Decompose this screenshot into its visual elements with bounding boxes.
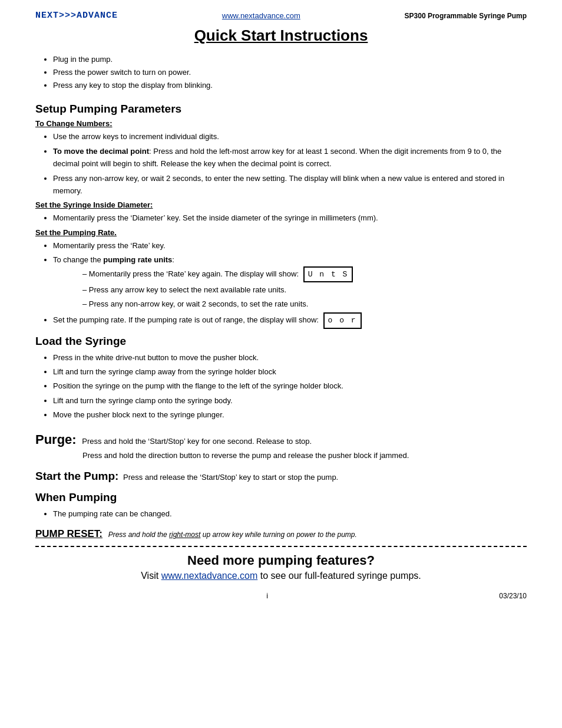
diameter-bullet: Momentarily press the ‘Diameter’ key. Se… bbox=[53, 212, 527, 224]
rate-dash-2: Press any arrow key to select the next a… bbox=[82, 284, 527, 296]
change-bullets: Use the arrow keys to increment individu… bbox=[53, 130, 527, 197]
when-pumping-bullet-1: The pumping rate can be changed. bbox=[53, 508, 527, 520]
load-bullet-5: Move the pusher block next to the syring… bbox=[53, 409, 527, 421]
start-pump-section: Start the Pump: Press and release the ‘S… bbox=[35, 470, 527, 483]
purge-text: Press and hold the ‘Start/Stop’ key for … bbox=[82, 437, 312, 446]
intro-item-2: Press the power switch to turn on power. bbox=[53, 66, 527, 79]
diameter-list: Momentarily press the ‘Diameter’ key. Se… bbox=[53, 212, 527, 224]
when-pumping-list: The pumping rate can be changed. bbox=[53, 508, 527, 520]
rate-colon: : bbox=[172, 255, 174, 264]
rate-dash-list: Momentarily press the ‘Rate’ key again. … bbox=[82, 266, 527, 310]
diameter-heading: Set the Syringe Inside Diameter: bbox=[35, 200, 527, 209]
load-syringe-section: Load the Syringe Press in the white driv… bbox=[35, 335, 527, 421]
load-syringe-heading: Load the Syringe bbox=[35, 335, 527, 348]
rate-bullet-prefix: To change the bbox=[53, 255, 103, 264]
start-text: Press and release the ‘Start/Stop’ key t… bbox=[123, 473, 338, 482]
change-bullet-decimal: To move the decimal point: Press and hol… bbox=[53, 145, 527, 170]
purge-subtext: Press and hold the direction button to r… bbox=[82, 450, 527, 462]
footer-link[interactable]: www.nextadvance.com bbox=[161, 571, 258, 581]
load-bullet-2: Lift and turn the syringe clamp away fro… bbox=[53, 365, 527, 378]
header: NEXT>>>ADVANCE www.nextadvance.com SP300… bbox=[35, 11, 527, 21]
dashed-divider bbox=[35, 546, 527, 547]
units-display: U n t S bbox=[303, 266, 353, 282]
page-footer-date: 03/23/10 bbox=[499, 592, 527, 600]
setup-heading: Setup Pumping Parameters bbox=[35, 103, 527, 116]
page: NEXT>>>ADVANCE www.nextadvance.com SP300… bbox=[0, 0, 562, 728]
header-link[interactable]: www.nextadvance.com bbox=[222, 11, 300, 20]
decimal-bold: To move the decimal point bbox=[53, 147, 149, 156]
rate-bullet-1: Momentarily press the ‘Rate’ key. bbox=[53, 239, 527, 252]
start-label: Start the Pump: bbox=[35, 470, 118, 482]
change-bullet-1: Use the arrow keys to increment individu… bbox=[53, 130, 527, 143]
intro-list: Plug in the pump. Press the power switch… bbox=[53, 53, 527, 92]
logo: NEXT>>>ADVANCE bbox=[35, 11, 118, 21]
footer-heading: Need more pumping features? bbox=[35, 553, 527, 568]
load-bullet-3: Position the syringe on the pump with th… bbox=[53, 380, 527, 392]
when-pumping-heading: When Pumping bbox=[35, 491, 527, 504]
footer-section: Need more pumping features? Visit www.ne… bbox=[35, 553, 527, 581]
page-footer: i 03/23/10 bbox=[35, 592, 527, 600]
page-number: i bbox=[35, 592, 499, 600]
rate-dash-3: Press any non-arrow key, or wait 2 secon… bbox=[82, 298, 527, 310]
rate-bullet-2: To change the pumping rate units: Moment… bbox=[53, 253, 527, 310]
setup-section: Setup Pumping Parameters To Change Numbe… bbox=[35, 103, 527, 328]
pump-reset-section: PUMP RESET: Press and hold the right-mos… bbox=[35, 528, 527, 540]
intro-item-1: Plug in the pump. bbox=[53, 53, 527, 66]
load-bullet-1: Press in the white drive-nut button to m… bbox=[53, 351, 527, 364]
change-numbers-heading: To Change Numbers: bbox=[35, 119, 527, 128]
header-product: SP300 Programmable Syringe Pump bbox=[405, 12, 527, 20]
load-syringe-list: Press in the white drive-nut button to m… bbox=[53, 351, 527, 421]
pump-reset-label: PUMP RESET: bbox=[35, 528, 103, 539]
load-bullet-4: Lift and turn the syringe clamp onto the… bbox=[53, 394, 527, 407]
rate-list: Momentarily press the ‘Rate’ key. To cha… bbox=[53, 239, 527, 329]
rate-heading: Set the Pumping Rate. bbox=[35, 228, 527, 237]
rate-bold: pumping rate units bbox=[103, 255, 172, 264]
purge-label: Purge: bbox=[35, 432, 77, 447]
pump-reset-underline: right-most bbox=[169, 531, 200, 539]
footer-text: Visit www.nextadvance.com to see our ful… bbox=[35, 571, 527, 581]
rate-bullet-oor: Set the pumping rate. If the pumping rat… bbox=[53, 312, 527, 328]
change-bullet-2: Press any non-arrow key, or wait 2 secon… bbox=[53, 172, 527, 197]
page-title: Quick Start Instructions bbox=[35, 27, 527, 45]
purge-section: Purge: Press and hold the ‘Start/Stop’ k… bbox=[35, 432, 527, 462]
when-pumping-section: When Pumping The pumping rate can be cha… bbox=[35, 491, 527, 520]
rate-dash-1: Momentarily press the ‘Rate’ key again. … bbox=[82, 266, 527, 282]
oor-display: o o r bbox=[323, 312, 362, 328]
intro-item-3: Press any key to stop the display from b… bbox=[53, 79, 527, 92]
pump-reset-text: Press and hold the right-most up arrow k… bbox=[108, 531, 357, 539]
